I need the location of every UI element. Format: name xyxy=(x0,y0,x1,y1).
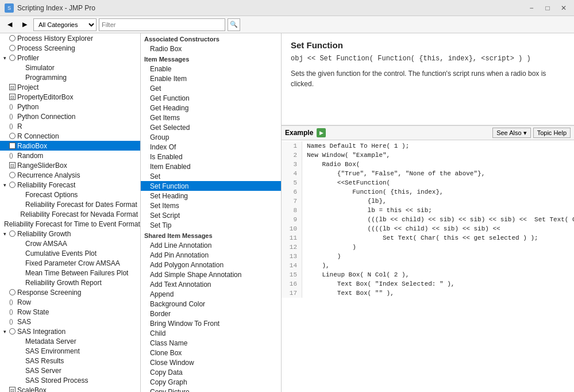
tree-item-random[interactable]: ()Random xyxy=(0,151,140,160)
middle-item-enable-item[interactable]: Enable Item xyxy=(141,74,281,83)
middle-item-add-pin-annotation[interactable]: Add Pin Annotation xyxy=(141,250,281,260)
middle-item-add-line-annotation[interactable]: Add Line Annotation xyxy=(141,240,281,250)
tree-item-process-screening[interactable]: Process Screening xyxy=(0,43,140,53)
parens-icon: () xyxy=(9,152,16,159)
middle-item-copy-data[interactable]: Copy Data xyxy=(141,367,281,377)
run-example-button[interactable]: ▶ xyxy=(317,128,326,137)
middle-item-set-items[interactable]: Set Items xyxy=(141,201,281,210)
tree-item-forecast-options[interactable]: Forecast Options xyxy=(0,190,140,199)
middle-item-copy-picture[interactable]: Copy Picture xyxy=(141,387,281,392)
middle-item-get-items[interactable]: Get Items xyxy=(141,113,281,122)
tree-item-sas-stored-process[interactable]: SAS Stored Process xyxy=(0,375,140,385)
search-button[interactable]: 🔍 xyxy=(228,18,240,31)
middle-item-get-function[interactable]: Get Function xyxy=(141,93,281,103)
middle-item-background-color[interactable]: Background Color xyxy=(141,299,281,309)
middle-item-close-window[interactable]: Close Window xyxy=(141,358,281,367)
tree-item-python-connection[interactable]: ()Python Connection xyxy=(0,112,140,121)
tree-item-sas-results[interactable]: SAS Results xyxy=(0,356,140,366)
middle-item-append[interactable]: Append xyxy=(141,289,281,299)
tree-item-r[interactable]: ()R xyxy=(0,121,140,131)
middle-item-get-selected[interactable]: Get Selected xyxy=(141,122,281,132)
tree-item-label: Response Screening xyxy=(17,289,81,297)
middle-item-item-enabled[interactable]: Item Enabled xyxy=(141,162,281,171)
forward-button[interactable]: ▶ xyxy=(18,18,31,31)
tree-item-reliability-time[interactable]: Reliability Forecast for Time to Event F… xyxy=(0,219,140,229)
tree-item-label: Python Connection xyxy=(17,113,75,121)
middle-item-copy-graph[interactable]: Copy Graph xyxy=(141,377,281,387)
tree-item-sas-server[interactable]: SAS Server xyxy=(0,366,140,375)
middle-item-border[interactable]: Border xyxy=(141,309,281,318)
middle-item-set[interactable]: Set xyxy=(141,171,281,181)
middle-item-set-function[interactable]: Set Function xyxy=(141,181,281,191)
tree-item-simulator[interactable]: Simulator xyxy=(0,63,140,72)
middle-item-child[interactable]: Child xyxy=(141,328,281,338)
middle-item-enable[interactable]: Enable xyxy=(141,64,281,74)
middle-item-index-of[interactable]: Index Of xyxy=(141,142,281,152)
close-button[interactable]: ✕ xyxy=(558,3,569,13)
tree-item-label: SAS Integration xyxy=(17,328,66,336)
box-icon: ⊡ xyxy=(9,94,16,100)
tree-item-sas[interactable]: ()SAS xyxy=(0,317,140,326)
middle-item-set-script[interactable]: Set Script xyxy=(141,210,281,220)
tree-item-programming[interactable]: Programming xyxy=(0,72,140,82)
middle-item-is-enabled[interactable]: Is Enabled xyxy=(141,152,281,162)
tree-item-crow-amsaa[interactable]: Crow AMSAA xyxy=(0,239,140,248)
tree-item-recurrence-analysis[interactable]: Recurrence Analysis xyxy=(0,170,140,180)
code-line-4: 4 {"True", "False", "None of the above"}… xyxy=(282,169,574,178)
minimize-button[interactable]: − xyxy=(526,3,537,13)
middle-item-group[interactable]: Group xyxy=(141,132,281,142)
tree-item-property-editor-box[interactable]: ⊡PropertyEditorBox xyxy=(0,92,140,102)
middle-item-add-polygon-annotation[interactable]: Add Polygon Annotation xyxy=(141,260,281,270)
tree-item-response-screening[interactable]: Response Screening xyxy=(0,287,140,297)
tree-item-python[interactable]: ()Python xyxy=(0,102,140,112)
tree-item-cumulative-events[interactable]: Cumulative Events Plot xyxy=(0,248,140,258)
middle-item-set-heading[interactable]: Set Heading xyxy=(141,191,281,201)
middle-item-bring-window-to-front[interactable]: Bring Window To Front xyxy=(141,318,281,328)
tree-item-process-history[interactable]: Process History Explorer xyxy=(0,33,140,43)
middle-item-set-tip[interactable]: Set Tip xyxy=(141,220,281,230)
tree-item-fixed-param[interactable]: Fixed Parameter Crow AMSAA xyxy=(0,258,140,268)
tree-item-radiobox[interactable]: ⊡RadioBox xyxy=(0,141,140,151)
tree-item-label: Row xyxy=(17,298,31,306)
middle-item-add-simple-shape-annotation[interactable]: Add Simple Shape Annotation xyxy=(141,270,281,279)
tree-item-sas-integration[interactable]: ▾SAS Integration xyxy=(0,326,140,336)
middle-item-get[interactable]: Get xyxy=(141,83,281,93)
tree-item-scalebox[interactable]: ⊡ScaleBox xyxy=(0,385,140,392)
tree-item-row-state[interactable]: ()Row State xyxy=(0,307,140,317)
tree-item-reliability-growth-report[interactable]: Reliability Growth Report xyxy=(0,278,140,287)
line-content: ) xyxy=(302,252,341,261)
expand-arrow: ▾ xyxy=(3,231,9,237)
line-number: 3 xyxy=(282,160,302,169)
tree-item-label: ScaleBox xyxy=(17,386,47,393)
middle-item-add-text-annotation[interactable]: Add Text Annotation xyxy=(141,279,281,289)
tree-item-range-slider-box[interactable]: ⊡RangeSliderBox xyxy=(0,160,140,170)
filter-input[interactable] xyxy=(99,18,225,31)
tree-item-row[interactable]: ()Row xyxy=(0,297,140,307)
back-button[interactable]: ◀ xyxy=(3,18,16,31)
tree-item-reliability-nevada[interactable]: Reliability Forecast for Nevada Format xyxy=(0,209,140,219)
tree-item-reliability-growth[interactable]: ▾Reliability Growth xyxy=(0,229,140,239)
tree-item-project[interactable]: ⊡Project xyxy=(0,82,140,92)
topic-help-button[interactable]: Topic Help xyxy=(533,128,571,138)
tree-item-profiler[interactable]: ▾Profiler xyxy=(0,53,140,63)
tree-item-label: SAS Server xyxy=(25,367,61,375)
middle-panel: Associated ConstructorsRadio BoxItem Mes… xyxy=(141,33,282,392)
code-area: 1Names Default To Here( 1 );2New Window(… xyxy=(282,140,574,392)
tree-item-reliability-forecast[interactable]: ▾Reliability Forecast xyxy=(0,180,140,190)
middle-item-clone-box[interactable]: Clone Box xyxy=(141,348,281,358)
line-content: Lineup Box( N Col( 2 ), xyxy=(302,270,409,279)
example-left: Example ▶ xyxy=(285,128,326,137)
line-content: ((((lb << child) << sib) << sib) << xyxy=(302,224,500,233)
code-line-13: 13 ) xyxy=(282,252,574,261)
tree-item-mean-time[interactable]: Mean Time Between Failures Plot xyxy=(0,268,140,278)
tree-item-r-connection[interactable]: R Connection xyxy=(0,131,140,141)
tree-item-metadata-server[interactable]: Metadata Server xyxy=(0,336,140,346)
middle-item-radio-box[interactable]: Radio Box xyxy=(141,44,281,53)
middle-item-class-name[interactable]: Class Name xyxy=(141,338,281,348)
tree-item-sas-environment[interactable]: SAS Environment xyxy=(0,346,140,356)
tree-item-reliability-dates[interactable]: Reliability Forecast for Dates Format xyxy=(0,199,140,209)
see-also-button[interactable]: See Also ▾ xyxy=(492,128,530,138)
middle-item-get-heading[interactable]: Get Heading xyxy=(141,103,281,113)
maximize-button[interactable]: □ xyxy=(542,3,553,13)
category-dropdown[interactable]: All Categories xyxy=(33,18,97,31)
